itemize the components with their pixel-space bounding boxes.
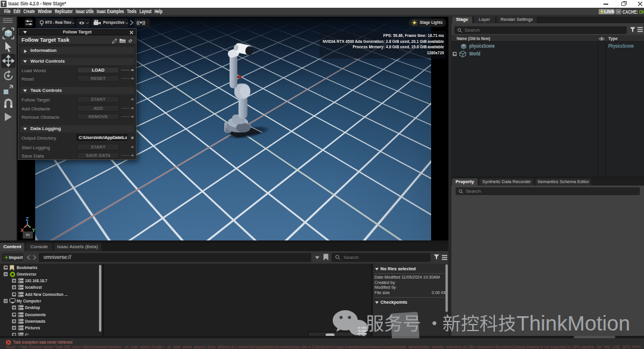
svg-text:Z: Z [26, 216, 29, 222]
